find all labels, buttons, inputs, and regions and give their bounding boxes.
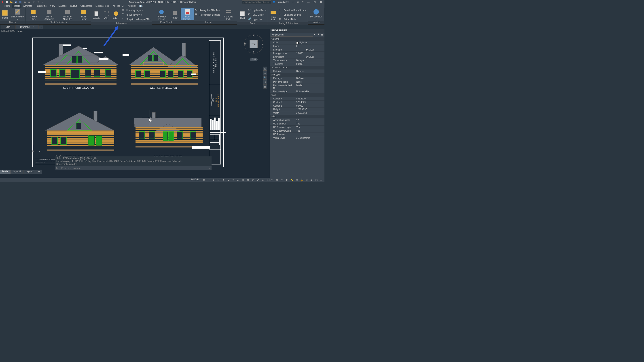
prop-section-general[interactable]: General bbox=[270, 37, 324, 41]
cmd-handle-icon[interactable]: ⤢ bbox=[59, 155, 61, 158]
menu-output[interactable]: Output bbox=[68, 4, 79, 7]
prop-pick-icon[interactable]: ▦ bbox=[320, 33, 324, 37]
prop-value[interactable]: Not available bbox=[296, 90, 324, 93]
status-custom-icon[interactable]: ☰ bbox=[319, 178, 324, 182]
layout-tab-layout2[interactable]: Layout2 bbox=[24, 170, 36, 174]
underlay-layers-button[interactable]: ▤Underlay Layers bbox=[121, 8, 152, 12]
prop-row[interactable]: Center Y577.4929 bbox=[270, 100, 324, 104]
status-annoscl-icon[interactable]: 人 bbox=[260, 178, 265, 182]
prop-section-view[interactable]: View bbox=[270, 93, 324, 97]
prop-row[interactable]: Width2290.5563 bbox=[270, 111, 324, 115]
minimize-button[interactable]: — bbox=[306, 0, 311, 4]
signin-icon[interactable]: 👤 bbox=[272, 0, 276, 4]
block-def-panel-title[interactable]: Block Definition ▾ bbox=[26, 21, 91, 24]
app-logo[interactable] bbox=[0, 0, 4, 4]
viewport-label[interactable]: [-][Top][2D Wireframe] bbox=[1, 30, 23, 32]
prop-row[interactable]: Visual Style2D Wireframe bbox=[270, 136, 324, 140]
set-location-button[interactable]: Set Location ▾ bbox=[308, 8, 324, 20]
prop-row[interactable]: UCS icon at originYes bbox=[270, 125, 324, 129]
tab-add-button[interactable]: + bbox=[39, 25, 43, 28]
prop-value[interactable]: ByColor bbox=[296, 77, 324, 80]
prop-row[interactable]: Plot style tableNone bbox=[270, 80, 324, 84]
new-icon[interactable] bbox=[5, 0, 9, 4]
status-monitor-icon[interactable]: ◧ bbox=[285, 178, 289, 182]
prop-value[interactable] bbox=[296, 133, 324, 136]
define-attributes-button[interactable]: Define Attributes bbox=[40, 8, 58, 20]
prop-row[interactable]: Layer0 bbox=[270, 44, 324, 48]
status-snap-icon[interactable]: ∷ bbox=[206, 178, 211, 182]
create-block-button[interactable]: Create Block bbox=[26, 8, 40, 20]
undo-icon[interactable]: ↶ bbox=[32, 0, 36, 4]
prop-row[interactable]: Linetype———— ByLayer bbox=[270, 48, 324, 51]
status-clean-icon[interactable]: ▢ bbox=[314, 178, 319, 182]
status-lwt-icon[interactable]: ≡ bbox=[241, 178, 245, 182]
prop-row[interactable]: Plot styleByColor bbox=[270, 76, 324, 80]
status-transparency-icon[interactable]: ▦ bbox=[246, 178, 250, 182]
prop-value[interactable]: 2290.5563 bbox=[296, 111, 324, 114]
prop-value[interactable]: ByLayer bbox=[296, 41, 324, 44]
recognize-shx-button[interactable]: ARecognize SHX Text bbox=[194, 8, 221, 12]
status-infer-icon[interactable]: ▾ bbox=[211, 178, 216, 182]
viewcube-n[interactable]: N bbox=[253, 34, 254, 37]
menu-home[interactable]: Home bbox=[3, 4, 12, 7]
extract-data-button[interactable]: ▤Extract Data bbox=[278, 17, 307, 21]
cmd-close-icon[interactable]: × bbox=[56, 154, 57, 158]
menu-parametric[interactable]: Parametric bbox=[34, 4, 48, 7]
prop-row[interactable]: Plot table attached toModel bbox=[270, 84, 324, 90]
prop-row[interactable]: UCS Name bbox=[270, 132, 324, 136]
layout-tab-add[interactable]: + bbox=[36, 170, 42, 174]
prop-row[interactable]: UCS per viewportYes bbox=[270, 129, 324, 132]
prop-row[interactable]: ColorByLayer bbox=[270, 41, 324, 44]
menu-mfilesm[interactable]: M-Files (M) bbox=[111, 4, 126, 7]
print-icon[interactable] bbox=[27, 0, 31, 4]
share-icon[interactable]: ▾ bbox=[291, 0, 295, 4]
prop-row[interactable]: Annotation scale1:1 bbox=[270, 118, 324, 122]
download-source-button[interactable]: ⬇Download from Source bbox=[278, 8, 307, 12]
prop-toggle-icon[interactable]: ▾ bbox=[313, 33, 316, 37]
upload-source-button[interactable]: ⬆Upload to Source bbox=[278, 12, 307, 17]
manage-attributes-button[interactable]: Manage Attributes bbox=[58, 8, 77, 20]
combine-text-button[interactable]: Combine Text ▾ bbox=[221, 8, 236, 20]
edit-attribute-button[interactable]: Edit Attribute ▾ bbox=[10, 8, 25, 20]
pc-attach-button[interactable]: Attach bbox=[170, 8, 180, 20]
status-otrack-icon[interactable]: ∠ bbox=[236, 178, 240, 182]
adjust-button[interactable]: Adjust bbox=[111, 8, 121, 21]
prop-row[interactable]: Center Z0.0000 bbox=[270, 104, 324, 107]
status-lock-icon[interactable]: 🔒 bbox=[300, 178, 304, 182]
command-line[interactable]: ▷_ Type a command ▴ bbox=[56, 166, 212, 170]
prop-value[interactable]: ByLayer bbox=[296, 70, 324, 73]
menu-collaborate[interactable]: Collaborate bbox=[79, 4, 94, 7]
prop-value[interactable]: Yes bbox=[296, 126, 324, 129]
prop-value[interactable]: 2D Wireframe bbox=[296, 137, 324, 139]
hyperlink-button[interactable]: 🔗Hyperlink bbox=[247, 17, 268, 21]
prop-section-dvisualization[interactable]: 3D Visualization bbox=[270, 66, 324, 69]
field-button[interactable]: Field bbox=[238, 8, 247, 21]
prop-value[interactable]: ———— ByLayer bbox=[296, 55, 324, 58]
prop-row[interactable]: Thickness0.0000 bbox=[270, 62, 324, 66]
close-button[interactable]: ✕ bbox=[318, 0, 324, 4]
prop-row[interactable]: Height1271.4037 bbox=[270, 107, 324, 111]
prop-row[interactable]: Linetype scale1.0000 bbox=[270, 51, 324, 55]
data-link-button[interactable]: Data Link bbox=[268, 8, 278, 21]
open-icon[interactable] bbox=[10, 0, 14, 4]
status-polar-icon[interactable]: ✦ bbox=[221, 178, 226, 182]
prop-quick-icon[interactable]: ⬍ bbox=[316, 33, 320, 37]
status-grid-icon[interactable]: ▦ bbox=[202, 178, 206, 182]
status-annomon-icon[interactable]: ⤢ bbox=[256, 178, 260, 182]
prop-value[interactable]: ———— ByLayer bbox=[296, 48, 324, 51]
status-scale[interactable]: 1:1 ▾ bbox=[266, 178, 274, 182]
prop-value[interactable]: 0 bbox=[296, 45, 324, 48]
ole-object-button[interactable]: ◧OLE Object bbox=[247, 12, 268, 17]
save-icon[interactable] bbox=[14, 0, 18, 4]
status-cycle-icon[interactable]: ⟳ bbox=[251, 178, 255, 182]
status-units-icon[interactable]: 📏 bbox=[290, 178, 294, 182]
prop-section-misc[interactable]: Misc bbox=[270, 115, 324, 118]
status-qp-icon[interactable]: ▤ bbox=[294, 178, 299, 182]
prop-value[interactable]: 881.6970 bbox=[296, 97, 324, 100]
prop-value[interactable]: Yes bbox=[296, 129, 324, 132]
recap-button[interactable]: Autodesk ReCap bbox=[152, 8, 170, 20]
menu-view[interactable]: View bbox=[48, 4, 57, 7]
prop-value[interactable]: ByLayer bbox=[296, 59, 324, 62]
maximize-button[interactable]: ▢ bbox=[312, 0, 317, 4]
prop-value[interactable]: Model bbox=[296, 84, 324, 89]
